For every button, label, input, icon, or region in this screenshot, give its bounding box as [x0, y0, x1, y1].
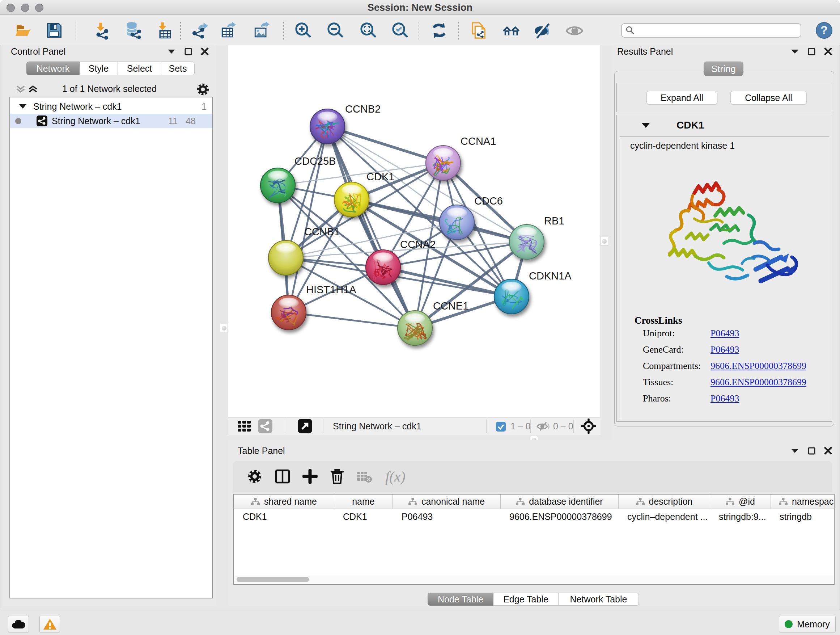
table-panel-title: Table Panel [238, 446, 285, 456]
tab-network-table[interactable]: Network Table [559, 593, 639, 606]
show-all-button[interactable] [565, 21, 584, 40]
close-panel-icon[interactable] [824, 48, 832, 55]
toolbar-separator [531, 420, 531, 433]
open-in-window-button[interactable] [296, 417, 314, 435]
export-table-button[interactable] [220, 21, 238, 40]
float-panel-icon[interactable] [790, 49, 799, 54]
cdk1-section-header[interactable]: CDK1 [617, 115, 832, 136]
table-cell[interactable]: 9606.ENSP00000378699 [501, 509, 619, 524]
maximize-panel-icon[interactable] [185, 48, 192, 55]
table-cell[interactable]: cyclin–dependent ... [619, 509, 710, 524]
birdseye-grid-button[interactable] [235, 417, 253, 435]
delete-column-button[interactable] [328, 467, 346, 486]
crosslink-value-link[interactable]: P06493 [711, 328, 739, 339]
add-column-button[interactable] [301, 467, 319, 486]
export-network-button[interactable] [192, 21, 210, 40]
tab-edge-table[interactable]: Edge Table [493, 593, 559, 606]
close-panel-icon[interactable] [201, 48, 209, 55]
open-session-button[interactable] [14, 21, 33, 40]
tree-expander-icon[interactable] [19, 103, 27, 109]
save-session-button[interactable] [45, 21, 63, 40]
crosslink-value-link[interactable]: 9606.ENSP00000378699 [711, 377, 806, 388]
table-horizontal-scrollbar[interactable] [234, 576, 834, 584]
column-header-@id[interactable]: @id [710, 494, 771, 509]
zoom-fit-button[interactable] [359, 21, 377, 40]
tab-string[interactable]: String [704, 62, 744, 76]
search-box[interactable] [621, 23, 801, 38]
column-header-description[interactable]: description [619, 494, 710, 509]
crosslink-value-link[interactable]: P06493 [711, 344, 739, 355]
column-header-canonical-name[interactable]: canonical name [393, 494, 501, 509]
network-share-button[interactable] [256, 417, 274, 435]
memory-button[interactable]: Memory [779, 616, 836, 632]
help-button[interactable]: ? [815, 21, 833, 40]
table-row[interactable]: CDK1CDK1P064939606.ENSP00000378699cyclin… [234, 509, 834, 524]
column-header-name[interactable]: name [334, 494, 393, 509]
zoom-selected-button[interactable] [391, 21, 409, 40]
hide-selected-button[interactable] [534, 21, 552, 40]
tab-style[interactable]: Style [80, 62, 118, 75]
table-cell[interactable]: CDK1 [334, 509, 393, 524]
tab-sets[interactable]: Sets [161, 62, 195, 75]
clone-network-icon [470, 21, 488, 40]
network-collection-row[interactable]: String Network – cdk1 1 [10, 99, 212, 114]
crosslink-value-link[interactable]: P06493 [711, 393, 739, 404]
edge-CCNB2-CCNE1[interactable] [327, 126, 415, 328]
table-cell[interactable]: P06493 [393, 509, 501, 524]
network-tree: String Network – cdk1 1 String Network –… [9, 97, 213, 599]
table-cell[interactable]: stringdb [771, 509, 834, 524]
node-CCNB2[interactable]: CCNB2 [310, 103, 381, 144]
zoom-in-button[interactable] [294, 21, 312, 40]
collapse-all-button[interactable]: Collapse All [730, 91, 807, 105]
node-HIST1H1A[interactable]: HIST1H1A [271, 284, 356, 330]
edge-HIST1H1A-CCNE1[interactable] [289, 312, 415, 328]
tab-network[interactable]: Network [27, 62, 80, 75]
network-canvas[interactable]: CCNB2CCNA1CDC25BCDK1CDC6RB1CCNB1CCNA2CDK… [228, 45, 600, 417]
tab-select[interactable]: Select [118, 62, 161, 75]
zoom-out-button[interactable] [326, 21, 344, 40]
column-header-shared-name[interactable]: shared name [234, 494, 334, 509]
network-options-gear-icon[interactable] [196, 83, 210, 96]
column-type-icon [516, 498, 524, 505]
toolbar-separator [486, 420, 486, 433]
right-divider-grip[interactable] [600, 237, 608, 245]
table-cell[interactable]: CDK1 [234, 509, 334, 524]
node-CCNA1[interactable]: CCNA1 [426, 135, 496, 180]
import-network-file-button[interactable] [92, 21, 111, 40]
warnings-button[interactable] [39, 616, 60, 632]
center-view-button[interactable] [580, 417, 597, 435]
edge-CCNB2-CCNA1[interactable] [327, 126, 443, 163]
export-image-button[interactable] [253, 21, 271, 40]
node-label-CCNA2: CCNA2 [400, 239, 436, 250]
network-row-selected[interactable]: String Network – cdk1 11 48 [10, 114, 212, 128]
expand-all-button[interactable]: Expand All [646, 91, 717, 105]
node-RB1[interactable]: RB1 [509, 215, 564, 259]
clone-network-button[interactable] [470, 21, 488, 40]
left-divider-grip[interactable] [220, 324, 228, 333]
table-cell[interactable]: stringdb:9... [710, 509, 771, 524]
column-header-database-identifier[interactable]: database identifier [501, 494, 619, 509]
crosslink-row: Pharos:P06493 [643, 393, 671, 404]
string-results-container: Expand All Collapse All CDK1 cyclin-depe… [614, 71, 834, 426]
maximize-panel-icon[interactable] [808, 447, 815, 455]
cloud-button[interactable] [8, 616, 29, 632]
scrollbar-thumb[interactable] [237, 577, 309, 582]
column-header-namespace[interactable]: namespace [771, 494, 834, 509]
close-panel-icon[interactable] [824, 447, 832, 455]
first-neighbors-button[interactable] [502, 21, 520, 40]
float-panel-icon[interactable] [790, 448, 799, 454]
function-builder-button[interactable]: f(x) [381, 467, 410, 486]
float-panel-icon[interactable] [167, 49, 176, 54]
toggle-panes-button[interactable] [273, 467, 292, 486]
table-settings-button[interactable] [246, 467, 264, 486]
delete-table-button[interactable] [355, 467, 373, 486]
tab-node-table[interactable]: Node Table [428, 593, 493, 606]
section-expander-icon[interactable] [641, 122, 650, 128]
crosslink-value-link[interactable]: 9606.ENSP00000378699 [711, 361, 806, 371]
node-CDKN1A[interactable]: CDKN1A [494, 270, 572, 314]
refresh-button[interactable] [430, 21, 448, 40]
column-type-icon [726, 498, 734, 505]
maximize-panel-icon[interactable] [808, 48, 815, 55]
import-network-database-button[interactable] [124, 21, 142, 40]
import-table-file-button[interactable] [155, 21, 173, 40]
